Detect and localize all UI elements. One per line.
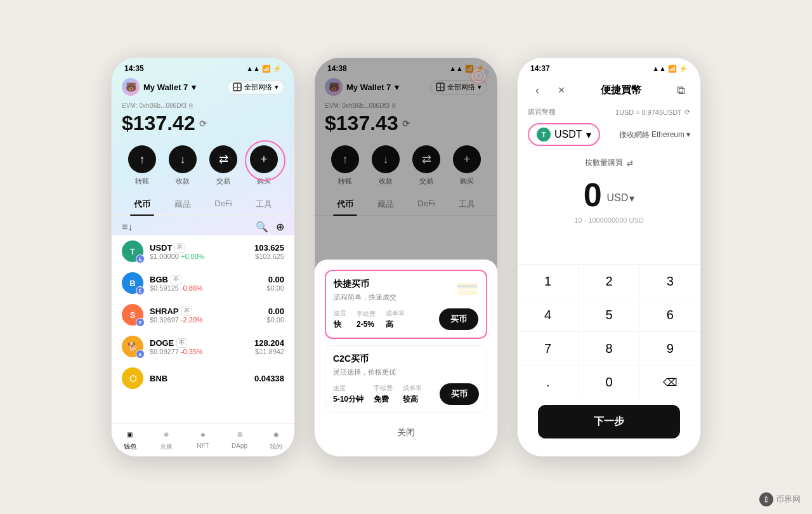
amount-currency[interactable]: USD ▾ [607, 192, 635, 204]
token-item-doge[interactable]: 🐕 E DOGE 不 $0.09277 -0.35% 128.204 $11.8… [112, 331, 294, 362]
numpad-5[interactable]: 5 [579, 298, 639, 331]
numpad-4[interactable]: 4 [518, 298, 578, 331]
trade-circle[interactable]: ⇄ [209, 145, 237, 173]
search-icon-1[interactable]: 🔍 [256, 221, 268, 233]
network-button-1[interactable]: 全部网络 ▾ [227, 80, 284, 95]
chevron-down-icon-1: ▾ [192, 82, 196, 92]
usdt-selector[interactable]: T USDT ▾ [528, 123, 600, 146]
c2c-title: C2C买币 [333, 353, 479, 365]
buy-currency-header: ‹ × 便捷買幣 ⧉ [518, 76, 700, 105]
nav-redeem-1[interactable]: ⊕ 兑换 [148, 428, 185, 451]
bnb-balance: 0.04338 [254, 374, 284, 383]
status-icons-3: ▲▲ 📶 ⚡ [652, 65, 688, 73]
bnb-icon: ⬡ [122, 367, 143, 389]
buy-modal-overlay: 💳 快捷买币 流程简单，快速成交 速度 快 手续费 2-5% 成单率 高 [315, 58, 497, 456]
chain-badge-doge: E [136, 350, 145, 359]
transfer-circle[interactable]: ↑ [128, 145, 156, 173]
quick-buy-button[interactable]: 买币 [439, 308, 478, 330]
add-token-icon[interactable]: ⊕ [276, 221, 284, 233]
avatar-1: 🐻 [122, 78, 140, 96]
transfer-button-1[interactable]: ↑ 转账 [128, 145, 156, 186]
time-3: 14:37 [530, 64, 550, 73]
usdt-icon: T E [122, 241, 143, 262]
numpad: 1 2 3 4 5 6 7 8 9 . 0 ⌫ [518, 264, 700, 399]
network-selector[interactable]: 接收網絡 Ethereum ▾ [619, 129, 690, 140]
bottom-nav-1: ▣ 钱包 ⊕ 兑换 ◈ NFT ⊞ DApp ◉ 我的 [112, 423, 294, 456]
watermark: ₿ 币界网 [759, 492, 801, 506]
back-button[interactable]: ‹ [528, 81, 547, 100]
numpad-0[interactable]: 0 [579, 366, 639, 399]
signal-icon-1: ▲▲ [246, 65, 260, 72]
wallet-name-1[interactable]: 🐻 My Wallet 7 ▾ [122, 78, 196, 96]
token-item-bgb[interactable]: B E BGB 不 $0.59125 -0.86% 0.00 $0.00 [112, 267, 294, 299]
stat-fee: 手续费 2-5% [357, 310, 376, 329]
usdt-token-icon: T [537, 128, 551, 142]
numpad-9[interactable]: 9 [640, 332, 700, 365]
token-list-header: ≡↓ 🔍 ⊕ [112, 216, 294, 235]
numpad-6[interactable]: 6 [640, 298, 700, 331]
phone-3: 14:37 ▲▲ 📶 ⚡ ‹ × 便捷買幣 ⧉ 購買幣種 1USD ≈ 0.97… [517, 57, 701, 457]
receive-circle[interactable]: ↓ [169, 145, 197, 173]
token-item-shrap[interactable]: S E SHRAP 不 $0.32697 -2.20% 0.00 $0.00 [112, 299, 294, 331]
numpad-3[interactable]: 3 [640, 265, 700, 298]
usdt-info: USDT 不 $1.00000 +0.00% [150, 243, 248, 260]
mode-switch-icon[interactable]: ⇄ [627, 159, 633, 168]
next-button[interactable]: 下一步 [538, 405, 680, 438]
wifi-icon-1: 📶 [262, 65, 271, 73]
numpad-backspace[interactable]: ⌫ [640, 366, 700, 399]
nav-wallet-1[interactable]: ▣ 钱包 [112, 428, 148, 451]
tab-collectibles-1[interactable]: 藏品 [162, 194, 203, 215]
nav-nft-1[interactable]: ◈ NFT [185, 428, 221, 451]
modal-sheet: 💳 快捷买币 流程简单，快速成交 速度 快 手续费 2-5% 成单率 高 [315, 260, 497, 456]
redeem-nav-icon: ⊕ [160, 428, 173, 440]
dapp-nav-icon: ⊞ [233, 428, 246, 440]
wallet-header-1: 🐻 My Wallet 7 ▾ 全部网络 ▾ [112, 76, 294, 100]
numpad-2[interactable]: 2 [579, 265, 639, 298]
status-bar-1: 14:35 ▲▲ 📶 ⚡ [112, 58, 294, 76]
trade-button-1[interactable]: ⇄ 交易 [209, 145, 237, 186]
tab-tokens-1[interactable]: 代币 [122, 194, 162, 215]
wifi-icon-3: 📶 [668, 65, 677, 73]
close-button[interactable]: 关闭 [325, 419, 487, 446]
buy-info-row: 購買幣種 1USD ≈ 0.9745USDT ⟳ [518, 105, 700, 119]
numpad-7[interactable]: 7 [518, 332, 578, 365]
c2c-stat-fee: 手续费 免费 [374, 384, 393, 405]
currency-selector: T USDT ▾ 接收網絡 Ethereum ▾ [518, 119, 700, 150]
chain-badge-bgb: E [136, 286, 145, 295]
quick-buy-card[interactable]: 💳 快捷买币 流程简单，快速成交 速度 快 手续费 2-5% 成单率 高 [325, 270, 487, 339]
battery-icon-1: ⚡ [273, 65, 282, 73]
refresh-rate-icon[interactable]: ⟳ [684, 108, 690, 116]
usdt-chevron: ▾ [586, 129, 591, 141]
balance-area-1: EVM: 0xhB6b...086Df3 ⎘ $137.42 ⟳ [112, 100, 294, 143]
c2c-buy-card[interactable]: 🎯 C2C买币 灵活选择，价格更优 速度 5-10分钟 手续费 免费 成单率 较… [325, 345, 487, 413]
evm-address-1: EVM: 0xhB6b...086Df3 ⎘ [122, 102, 284, 109]
bgb-info: BGB 不 $0.59125 -0.86% [150, 275, 260, 292]
shrap-icon: S E [122, 304, 143, 326]
numpad-dot[interactable]: . [518, 366, 578, 399]
chain-badge-usdt: E [136, 254, 145, 263]
close-button-3[interactable]: × [552, 81, 571, 100]
c2c-buy-button[interactable]: 买币 [440, 383, 479, 405]
numpad-8[interactable]: 8 [579, 332, 639, 365]
numpad-1[interactable]: 1 [518, 265, 578, 298]
history-icon[interactable]: ⧉ [671, 81, 690, 100]
mine-nav-icon: ◉ [270, 428, 282, 440]
nav-mine-1[interactable]: ◉ 我的 [258, 428, 294, 451]
c2c-desc: 灵活选择，价格更优 [333, 367, 479, 377]
buy-button-1[interactable]: + 购买 [250, 145, 278, 186]
copy-icon-1[interactable]: ⎘ [189, 102, 193, 109]
refresh-icon-1[interactable]: ⟳ [199, 119, 207, 129]
network-chevron: ▾ [686, 130, 690, 139]
sort-icon[interactable]: ≡↓ [122, 221, 133, 233]
token-header-icons: 🔍 ⊕ [256, 221, 284, 233]
doge-balance: 128.204 $11.8942 [254, 338, 284, 355]
nav-dapp-1[interactable]: ⊞ DApp [221, 428, 258, 451]
tab-tools-1[interactable]: 工具 [244, 194, 284, 215]
tab-defi-1[interactable]: DeFi [203, 194, 244, 215]
token-item-bnb[interactable]: ⬡ BNB 0.04338 [112, 362, 294, 394]
usdt-label: USDT [554, 129, 582, 140]
receive-button-1[interactable]: ↓ 收款 [169, 145, 197, 186]
token-item-usdt[interactable]: T E USDT 不 $1.00000 +0.00% 103.625 $103.… [112, 235, 294, 267]
buy-circle[interactable]: + [250, 145, 278, 173]
bgb-icon: B E [122, 272, 143, 294]
